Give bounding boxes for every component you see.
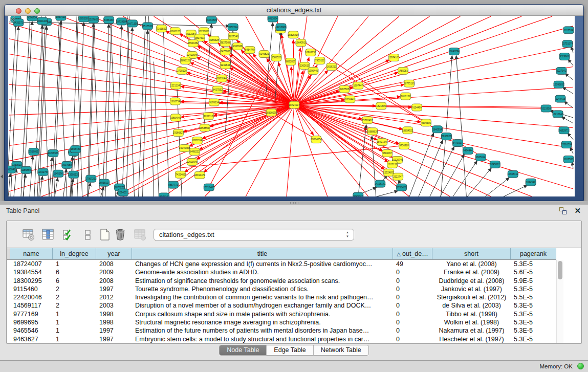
cell-short[interactable]: Jankovic et al. (1997) — [432, 285, 511, 293]
cell-title[interactable]: Disruption of a novel member of a sodium… — [132, 301, 393, 310]
tab-node-table[interactable]: Node Table — [220, 345, 267, 355]
table-row[interactable]: 1830029562008Estimation of significance … — [7, 277, 581, 285]
cell-pagerank[interactable]: 5.6E-5 — [511, 268, 556, 276]
cell-title[interactable]: Tourette syndrome. Phenomenology and cla… — [132, 285, 393, 293]
cell-short[interactable]: Franke et al. (2009) — [432, 268, 511, 276]
delete-table-icon[interactable] — [114, 228, 127, 242]
cell-title[interactable]: Changes of HCN gene expression and I(f) … — [132, 260, 393, 268]
scrollbar-thumb[interactable] — [558, 261, 562, 279]
cell-pagerank[interactable]: 5.3E-5 — [511, 318, 556, 326]
cell-short[interactable]: Yano et al. (2008) — [432, 260, 511, 268]
cell-pagerank[interactable]: 5.3E-5 — [511, 285, 556, 293]
cell-name[interactable]: 18300295 — [10, 277, 53, 285]
cell-in-degree[interactable]: 2 — [53, 301, 96, 310]
cell-year[interactable]: 2003 — [96, 301, 132, 310]
cell-year[interactable]: 2008 — [96, 260, 132, 268]
cell-year[interactable]: 1998 — [96, 310, 132, 318]
network-window-titlebar[interactable]: citations_edges.txt — [5, 5, 583, 16]
cell-in-degree[interactable]: 2 — [53, 293, 96, 301]
table-row[interactable]: 2242004622012Investigating the contribut… — [7, 293, 581, 301]
horizontal-splitter[interactable] — [0, 201, 588, 205]
cell-pagerank[interactable]: 5.3E-5 — [511, 310, 556, 318]
cell-title[interactable]: Embryonic stem cells: a model to study s… — [132, 335, 393, 343]
cell-title[interactable]: Corpus callosum shape and size in male p… — [132, 310, 393, 318]
cell-short[interactable]: Dudbridge et al. (2008) — [432, 277, 511, 285]
cell-year[interactable]: 2009 — [96, 268, 132, 276]
cell-name[interactable]: 14569117 — [10, 301, 53, 310]
cell-short[interactable]: Stergiakouli et al. (2012) — [432, 293, 511, 301]
cell-name[interactable]: 22420046 — [10, 293, 53, 301]
new-table-icon[interactable] — [98, 228, 112, 242]
resize-grip-icon[interactable] — [8, 16, 574, 195]
cell-in-degree[interactable]: 6 — [53, 268, 96, 276]
cell-out-de-[interactable]: 0 — [393, 285, 432, 293]
cell-in-degree[interactable]: 6 — [53, 277, 96, 285]
collapse-panel-arrow-icon[interactable] — [1, 174, 3, 179]
cell-out-de-[interactable]: 0 — [393, 318, 432, 326]
table-row[interactable]: 946554611997Estimation of the future num… — [7, 326, 581, 335]
cell-short[interactable]: Wolkin et al. (1998) — [432, 318, 511, 326]
show-columns-icon[interactable] — [41, 228, 55, 242]
cell-name[interactable]: 18724007 — [10, 260, 53, 268]
select-columns-icon[interactable] — [62, 228, 75, 242]
cell-title[interactable]: Estimation of significance thresholds fo… — [132, 277, 393, 285]
table-row[interactable]: 1938455462009Genome-wide association stu… — [7, 268, 581, 276]
cell-pagerank[interactable]: 5.3E-5 — [511, 301, 556, 310]
cell-out-de-[interactable]: 0 — [393, 301, 432, 310]
table-row[interactable]: 1872400712008Changes of HCN gene express… — [7, 260, 581, 268]
cell-pagerank[interactable]: 5.9E-5 — [511, 277, 556, 285]
node-table[interactable]: namein_degreeyeartitle△out_de…shortpager… — [7, 248, 581, 343]
column-header-out-de-[interactable]: △out_de… — [393, 248, 432, 260]
cell-short[interactable]: Hescheler et al. (1997) — [432, 335, 511, 343]
cell-year[interactable]: 1997 — [96, 335, 132, 343]
table-row[interactable]: 946362711997Embryonic stem cells: a mode… — [7, 335, 581, 343]
vertical-scrollbar[interactable] — [556, 260, 563, 343]
cell-out-de-[interactable]: 0 — [393, 293, 432, 301]
cell-pagerank[interactable]: 5.3E-5 — [511, 335, 556, 343]
cell-name[interactable]: 9465546 — [10, 326, 53, 335]
cell-out-de-[interactable]: 0 — [393, 277, 432, 285]
table-selector-dropdown[interactable]: citations_edges.txt ▲▼ — [154, 229, 354, 240]
cell-in-degree[interactable]: 1 — [53, 310, 96, 318]
cell-title[interactable]: Genome-wide association studies in ADHD. — [132, 268, 393, 276]
cell-in-degree[interactable]: 2 — [53, 285, 96, 293]
cell-pagerank[interactable]: 5.3E-5 — [511, 260, 556, 268]
table-settings-icon[interactable] — [22, 228, 35, 242]
cell-out-de-[interactable]: 0 — [393, 310, 432, 318]
cell-year[interactable]: 1997 — [96, 326, 132, 335]
cell-name[interactable]: 9777169 — [10, 310, 53, 318]
cell-title[interactable]: Investigating the contribution of common… — [132, 293, 393, 301]
column-header-year[interactable]: year — [96, 248, 132, 260]
table-header-row[interactable]: namein_degreeyeartitle△out_de…shortpager… — [7, 248, 581, 260]
cell-year[interactable]: 2008 — [96, 277, 132, 285]
table-row[interactable]: 977716911998Corpus callosum shape and si… — [7, 310, 581, 318]
cell-year[interactable]: 1997 — [96, 285, 132, 293]
cell-out-de-[interactable]: 0 — [393, 326, 432, 335]
column-header-pagerank[interactable]: pagerank — [511, 248, 556, 260]
cell-name[interactable]: 9699695 — [10, 318, 53, 326]
network-view-window[interactable]: citations_edges.txt 86601238912954182260… — [4, 4, 584, 201]
cell-in-degree[interactable]: 1 — [53, 318, 96, 326]
memory-status-icon[interactable] — [577, 363, 584, 369]
tab-network-table[interactable]: Network Table — [314, 345, 368, 355]
cell-short[interactable]: de Silva et al. (2003) — [432, 301, 511, 310]
cell-pagerank[interactable]: 5.5E-5 — [511, 293, 556, 301]
cell-out-de-[interactable]: 0 — [393, 335, 432, 343]
cell-pagerank[interactable]: 5.3E-5 — [511, 326, 556, 335]
cell-name[interactable]: 19384554 — [10, 268, 53, 276]
cell-year[interactable]: 2012 — [96, 293, 132, 301]
row-height-icon[interactable] — [81, 228, 95, 242]
cell-short[interactable]: Nakamura et al. (1997) — [432, 326, 511, 335]
cell-title[interactable]: Estimation of the future numbers of pati… — [132, 326, 393, 335]
table-row[interactable]: 1456911722003Disruption of a novel membe… — [7, 301, 581, 310]
network-canvas[interactable]: 8660123891295418226058982750316543382818… — [8, 16, 575, 196]
cell-in-degree[interactable]: 1 — [53, 335, 96, 343]
column-header-short[interactable]: short — [432, 248, 511, 260]
table-body[interactable]: 1872400712008Changes of HCN gene express… — [7, 260, 581, 343]
cell-title[interactable]: Structural magnetic resonance image aver… — [132, 318, 393, 326]
cell-name[interactable]: 9463627 — [10, 335, 53, 343]
float-window-icon[interactable] — [559, 207, 567, 214]
tab-edge-table[interactable]: Edge Table — [267, 345, 313, 355]
column-header-name[interactable]: name — [10, 248, 53, 260]
table-row[interactable]: 911546021997Tourette syndrome. Phenomeno… — [7, 285, 581, 293]
